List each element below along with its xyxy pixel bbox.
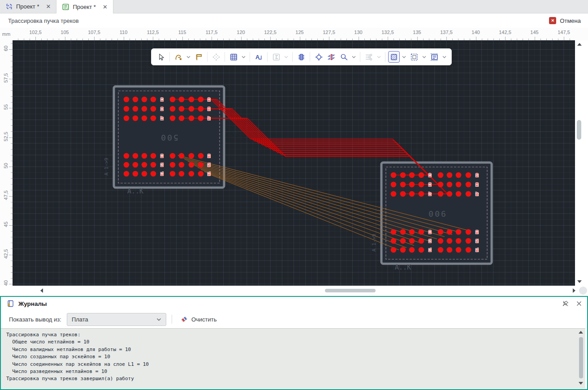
selection-rect-icon[interactable] [408,51,420,63]
scroll-down-icon[interactable] [579,382,583,385]
pad[interactable] [133,171,138,177]
pad[interactable] [170,153,176,159]
pad[interactable] [391,172,397,178]
pad[interactable] [170,97,176,103]
chevron-down-icon[interactable] [401,51,407,63]
pad[interactable] [124,153,130,159]
sum-icon[interactable] [270,51,282,63]
pad[interactable] [124,162,130,168]
pad[interactable] [391,238,397,244]
tab-project-board[interactable]: Проект * ✕ [56,0,113,13]
pad[interactable] [198,162,204,168]
pad[interactable] [391,229,397,235]
pad[interactable] [438,191,444,197]
pad[interactable] [142,162,147,168]
pad[interactable] [456,229,462,235]
pad[interactable] [151,171,156,177]
pad[interactable] [419,247,424,253]
layer-jump-icon[interactable] [325,51,337,63]
pad[interactable] [466,172,471,178]
pad[interactable] [179,162,185,168]
measure-icon[interactable] [193,51,204,63]
pad[interactable] [198,153,204,159]
crosshair-icon[interactable] [313,51,324,63]
cancel-button[interactable]: ✕ Отмена [549,17,581,24]
chevron-down-icon[interactable] [185,51,192,63]
pad[interactable] [170,171,176,177]
pad[interactable] [124,171,130,177]
pad[interactable] [170,116,176,121]
pad[interactable] [124,106,130,112]
pad[interactable] [438,182,444,188]
scroll-up-icon[interactable] [579,331,583,334]
log-scroll-thumb[interactable] [579,337,583,378]
pad[interactable] [466,182,471,188]
board-layers-icon[interactable] [428,51,440,63]
pad[interactable] [400,229,406,235]
pad[interactable] [151,106,156,112]
pad[interactable] [419,172,424,178]
scroll-up-icon[interactable] [577,43,582,46]
chevron-down-icon[interactable] [350,51,357,63]
align-dots-icon[interactable] [210,51,222,63]
vertical-scroll-thumb[interactable] [577,120,581,140]
unpin-icon[interactable] [562,300,569,307]
route-tool-icon[interactable] [173,51,184,63]
cursor-icon[interactable] [155,51,167,63]
pcb-canvas[interactable]: 500A 1->9A..K900A 1->9A..KE9K9E8K8E7K7E3… [13,40,575,286]
pad[interactable] [189,153,195,159]
horizontal-scroll-thumb[interactable] [325,289,376,292]
pad[interactable] [447,182,453,188]
tab-close-icon[interactable]: ✕ [45,3,52,10]
pad[interactable] [142,97,147,103]
pad[interactable] [400,238,406,244]
pad[interactable] [466,247,471,253]
scroll-left-icon[interactable] [40,288,43,293]
pad[interactable] [124,116,130,121]
pad[interactable] [400,172,406,178]
zoom-icon[interactable] [338,51,350,63]
pad[interactable] [133,162,138,168]
chevron-down-icon[interactable] [441,51,448,63]
pad[interactable] [419,229,424,235]
component-icon[interactable] [295,51,307,63]
chevron-down-icon[interactable] [283,51,290,63]
pad[interactable] [419,182,424,188]
pad[interactable] [142,116,147,121]
pad[interactable] [447,247,453,253]
pad[interactable] [179,106,185,112]
tab-project-schematic[interactable]: Проект * ✕ [0,0,56,13]
pad[interactable] [438,229,444,235]
pad[interactable] [419,191,424,197]
pad[interactable] [409,247,415,253]
pad[interactable] [447,191,453,197]
pad[interactable] [447,238,453,244]
pad[interactable] [142,106,147,112]
pad[interactable] [456,247,462,253]
pad[interactable] [409,238,415,244]
pad[interactable] [456,191,462,197]
pad[interactable] [447,172,453,178]
pad[interactable] [179,116,185,121]
close-panel-icon[interactable] [575,300,583,307]
pad[interactable] [466,191,471,197]
pad[interactable] [189,162,195,168]
pad[interactable] [456,182,462,188]
pad[interactable] [189,97,195,103]
pad[interactable] [409,191,415,197]
pad[interactable] [133,106,138,112]
airwire[interactable] [204,171,406,248]
scroll-right-icon[interactable] [573,288,575,293]
pad[interactable] [456,172,462,178]
vertical-scrollbar[interactable] [575,40,588,286]
pad[interactable] [151,153,156,159]
pad[interactable] [456,238,462,244]
pad[interactable] [142,153,147,159]
pad[interactable] [198,97,204,103]
pad[interactable] [409,182,415,188]
chevron-down-icon[interactable] [421,51,428,63]
pad[interactable] [438,172,444,178]
pad[interactable] [133,153,138,159]
scroll-down-icon[interactable] [577,280,582,283]
pad[interactable] [419,238,424,244]
